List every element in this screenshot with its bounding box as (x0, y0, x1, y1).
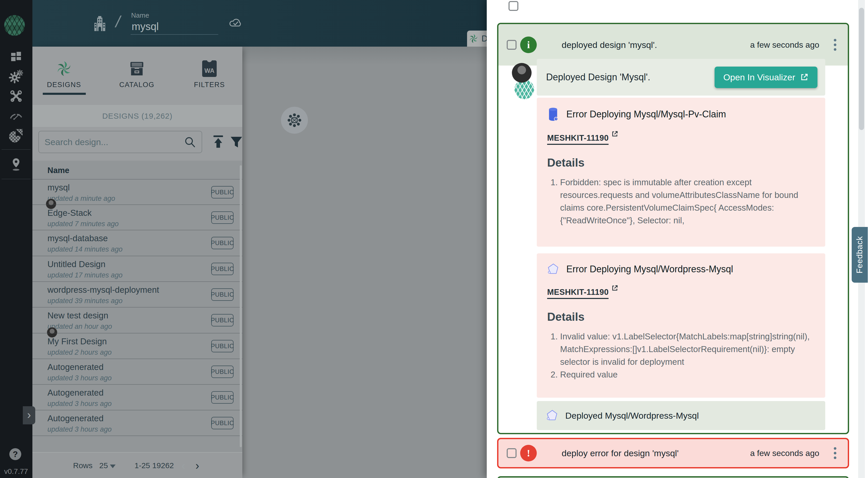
meshkit-error-link[interactable]: MESHKIT-11190 (547, 133, 618, 145)
deployment-pentagon-icon (547, 263, 559, 276)
visibility-badge: PUBLIC (211, 288, 234, 301)
visibility-badge: PUBLIC (211, 212, 234, 224)
next-page-button[interactable]: › (195, 453, 199, 478)
visibility-badge: PUBLIC (211, 186, 234, 198)
pagination-range: 1-25 19262 (134, 453, 174, 478)
deployed-success-text: Deployed Mysql/Wordpress-Mysql (565, 411, 699, 421)
location-pin-icon (10, 157, 22, 172)
search-icon[interactable] (184, 136, 196, 148)
visibility-badge: PUBLIC (211, 365, 234, 378)
svg-text:?: ? (555, 118, 557, 120)
tab-filters-label: FILTERS (194, 81, 225, 89)
event-checkbox[interactable] (507, 448, 517, 458)
design-name: New test design (48, 311, 108, 320)
deployment-pentagon-icon (546, 409, 558, 422)
sidebar-item-dashboard[interactable] (8, 49, 24, 65)
design-spiral-icon (469, 34, 478, 43)
page-size-caret-icon[interactable] (110, 465, 116, 468)
prev-page-button[interactable]: ‹ (181, 453, 185, 478)
design-row[interactable]: mysql updated a minute ago PUBLIC (32, 179, 242, 204)
meshkit-error-link[interactable]: MESHKIT-11190 (547, 288, 618, 299)
design-name-label: Name (131, 11, 149, 20)
external-link-icon (800, 73, 809, 82)
event-card-deploy-error[interactable]: ! deploy error for design 'mysql' a few … (497, 438, 849, 469)
design-updated: updated 14 minutes ago (48, 245, 123, 253)
design-name: Autogenerated (48, 362, 104, 372)
designs-drawer: DESIGNS CATALOG WA FILTERS (32, 46, 242, 478)
error-title: Error Deploying Mysql/Wordpress-Mysql (566, 264, 733, 275)
sidebar-item-configuration[interactable] (8, 88, 24, 104)
design-name: mysql-database (48, 233, 108, 243)
event-card-next[interactable] (497, 476, 849, 478)
open-in-visualizer-label: Open In Visualizer (723, 72, 795, 83)
rows-label: Rows (73, 453, 93, 478)
tab-catalog-label: CATALOG (119, 81, 154, 89)
meshkit-link-label: MESHKIT-11190 (547, 288, 609, 299)
design-row[interactable]: My First Design updated 2 hours ago PUBL… (32, 333, 242, 358)
meshery-logo[interactable] (4, 15, 25, 36)
design-row[interactable]: Autogenerated updated 3 hours ago PUBLIC (32, 410, 242, 435)
sidebar-expand-handle[interactable]: › (23, 406, 35, 424)
design-name-input[interactable]: mysql (132, 21, 159, 32)
design-row[interactable]: mysql-database updated 14 minutes ago PU… (32, 230, 242, 255)
sidebar-item-performance[interactable] (8, 107, 24, 123)
design-row[interactable]: New test design updated an hour ago PUBL… (32, 307, 242, 332)
select-all-checkbox[interactable] (508, 1, 518, 11)
list-end-divider (32, 436, 242, 436)
visibility-badge: PUBLIC (211, 263, 234, 275)
feedback-tab[interactable]: Feedback (852, 227, 868, 283)
designs-spiral-icon (56, 60, 72, 77)
settings-gears-icon (9, 69, 23, 84)
sidebar-item-extensions[interactable] (8, 127, 24, 144)
design-row[interactable]: Autogenerated updated 3 hours ago PUBLIC (32, 358, 242, 384)
sidebar-item-connections[interactable] (8, 157, 24, 172)
visibility-badge: PUBLIC (211, 314, 234, 326)
external-link-icon (611, 130, 618, 137)
tab-designs[interactable]: DESIGNS (34, 46, 94, 105)
error-icon: ! (520, 445, 537, 461)
list-scrollbar[interactable] (240, 165, 242, 447)
design-row[interactable]: Edge-Stack updated 7 minutes ago PUBLIC (32, 204, 242, 230)
error-detail-item: Required value (560, 368, 815, 381)
breadcrumb-slash: / (114, 12, 122, 31)
user-avatar-photo (512, 63, 532, 83)
info-icon: i (520, 36, 537, 53)
panel-scrollbar-thumb[interactable] (859, 8, 864, 130)
event-checkbox[interactable] (507, 40, 517, 50)
event-menu-icon[interactable] (834, 39, 836, 51)
error-details-list: Forbidden: spec is immutable after creat… (547, 176, 815, 227)
design-updated: updated 3 hours ago (48, 374, 112, 382)
deploy-summary-text: Deployed Design 'Mysql'. (546, 72, 715, 83)
design-name: wordpress-mysql-deployment (48, 285, 159, 295)
page-size-select[interactable]: 25 (99, 453, 108, 478)
filters-wasm-icon: WA (202, 60, 217, 77)
sidebar-divider (2, 149, 31, 150)
event-time: a few seconds ago (750, 448, 819, 458)
tab-filters[interactable]: WA FILTERS (180, 46, 239, 105)
catalog-archive-icon (129, 60, 145, 77)
help-button[interactable]: ? (9, 448, 21, 460)
event-title: deployed design 'mysql'. (562, 40, 750, 50)
tab-catalog[interactable]: CATALOG (107, 46, 167, 105)
mesh-node-icon (287, 113, 302, 127)
search-input[interactable]: Search design... (38, 131, 202, 153)
deployed-success-row: Deployed Mysql/Wordpress-Mysql (537, 401, 825, 430)
organization-icon[interactable] (94, 16, 106, 31)
design-row[interactable]: Autogenerated updated 3 hours ago PUBLIC (32, 384, 242, 410)
upload-design-icon[interactable] (211, 134, 226, 150)
designs-count-header: DESIGNS (19,262) (32, 105, 242, 127)
tab-designs-label: DESIGNS (47, 81, 81, 89)
event-time: a few seconds ago (750, 40, 819, 50)
design-row[interactable]: Untitled Design updated 17 minutes ago P… (32, 256, 242, 281)
sidebar-item-lifecycle[interactable] (8, 68, 24, 85)
filter-funnel-icon[interactable] (230, 135, 243, 149)
design-name: Autogenerated (48, 388, 104, 398)
canvas-node-mysql[interactable] (281, 107, 308, 134)
app-version: v0.7.77 (4, 467, 28, 476)
top-header: / Name mysql Design (32, 0, 487, 46)
design-updated: updated 3 hours ago (48, 425, 112, 434)
open-in-visualizer-button[interactable]: Open In Visualizer (715, 67, 817, 88)
cloud-save-icon (228, 17, 243, 29)
event-menu-icon[interactable] (834, 447, 836, 459)
design-row[interactable]: wordpress-mysql-deployment updated 39 mi… (32, 281, 242, 307)
